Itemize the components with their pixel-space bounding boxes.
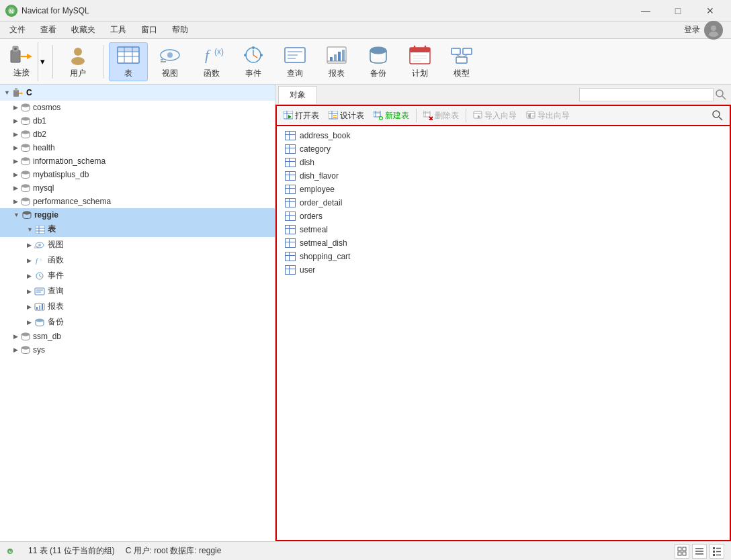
menu-tools[interactable]: 工具 [103,23,133,37]
sidebar-tree-events[interactable]: ▶ 事件 [0,268,275,283]
sidebar-item-reggie[interactable]: ▼ reggie [0,208,275,222]
query-button[interactable]: 查询 [275,42,314,81]
query-icon [283,44,307,66]
table-name: dish_flavor [300,171,339,181]
function-label: 函数 [204,68,220,79]
svg-point-19 [167,52,173,58]
report-button[interactable]: 报表 [317,42,356,81]
svg-text:○: ○ [40,258,42,262]
table-item-dish-flavor[interactable]: dish_flavor [282,169,724,183]
db-name-information-schema: information_schema [33,156,105,166]
maximize-button[interactable]: □ [662,0,693,21]
sidebar-item-db2[interactable]: ▶ db2 [0,128,275,141]
status-bar: N 11 表 (11 位于当前的组) C 用户: root 数据库: reggi… [0,541,731,560]
table-item-shopping-cart[interactable]: shopping_cart [282,250,724,263]
table-item-employee[interactable]: employee [282,183,724,196]
table-name: employee [300,185,335,194]
menu-view[interactable]: 查看 [34,23,63,37]
table-item-orders[interactable]: orders [282,209,724,223]
svg-rect-93 [36,307,38,310]
object-tabs: 对象 [275,85,731,105]
action-search-button[interactable] [708,108,727,123]
db-name-ssm-db: ssm_db [33,332,61,341]
table-item-order-detail[interactable]: order_detail [282,196,724,209]
menu-window[interactable]: 窗口 [134,23,164,37]
menu-help[interactable]: 帮助 [165,23,195,37]
tree-arrow: ▶ [27,273,32,279]
sidebar-connection[interactable]: ▼ C [0,85,275,101]
close-button[interactable]: ✕ [695,0,726,21]
report-small-icon [34,303,45,311]
sidebar-tree-functions[interactable]: ▶ f ○ 函数 [0,252,275,268]
sidebar-item-performance[interactable]: ▶ performance_schema [0,195,275,208]
table-item-setmeal-dish[interactable]: setmeal_dish [282,236,724,250]
user-button[interactable]: 用户 [58,42,97,81]
tab-objects[interactable]: 对象 [278,86,317,104]
sidebar-tree-queries[interactable]: ▶ 查询 [0,283,275,299]
svg-rect-135 [683,547,686,551]
menu-file[interactable]: 文件 [3,23,32,37]
svg-rect-95 [42,304,43,310]
db-arrow: ▶ [13,144,18,151]
sidebar-item-cosmos[interactable]: ▶ cosmos [0,101,275,114]
svg-rect-118 [423,111,430,117]
model-button[interactable]: 模型 [442,42,481,81]
sidebar-tree-backups[interactable]: ▶ 备份 [0,314,275,330]
table-label: 表 [124,68,132,79]
sidebar-item-ssm-db[interactable]: ▶ ssm_db [0,330,275,343]
connect-button[interactable]: 连接 [5,42,38,81]
detail-view-button[interactable] [710,544,724,559]
sidebar-item-mybatisplus[interactable]: ▶ mybatisplus_db [0,168,275,181]
sidebar-tree-tables[interactable]: ▼ 表 [0,222,275,237]
login-label[interactable]: 登录 [684,24,700,36]
table-item-setmeal[interactable]: setmeal [282,223,724,236]
import-wizard-button[interactable]: 导入向导 [469,108,521,124]
svg-rect-94 [39,306,40,310]
object-search-button[interactable] [714,87,728,102]
table-button[interactable]: 表 [109,42,148,81]
open-table-button[interactable]: 打开表 [280,108,323,124]
list-view-button[interactable] [692,544,707,559]
login-area: 登录 [684,21,728,40]
sidebar-item-db1[interactable]: ▶ db1 [0,114,275,128]
tab-objects-label: 对象 [290,90,306,99]
table-item-category[interactable]: category [282,142,724,156]
model-label: 模型 [454,68,470,79]
function-button[interactable]: f (x) 函数 [192,42,231,81]
tree-backups-label: 备份 [48,316,64,328]
table-item-dish[interactable]: dish [282,156,724,169]
table-item-address-book[interactable]: address_book [282,129,724,142]
sidebar-tree-views[interactable]: ▶ oo 视图 [0,237,275,252]
table-row-icon [285,212,296,221]
connect-dropdown-button[interactable]: ▾ [38,42,47,81]
event-button[interactable]: 事件 [234,42,273,81]
expand-arrow: ▼ [4,89,10,96]
export-wizard-button[interactable]: 导出向导 [522,108,574,124]
sidebar-item-health[interactable]: ▶ health [0,141,275,154]
minimize-button[interactable]: — [630,0,661,21]
sidebar-item-information-schema[interactable]: ▶ information_schema [0,154,275,168]
new-table-button[interactable]: 新建表 [370,108,413,124]
table-row-icon [285,158,296,167]
menu-favorites[interactable]: 收藏夹 [64,23,102,37]
sidebar-item-sys[interactable]: ▶ sys [0,343,275,357]
svg-point-100 [22,346,30,350]
backup-button[interactable]: BAK 备份 [359,42,398,81]
db-arrow: ▶ [13,171,18,178]
plan-button[interactable]: 计划 [400,42,439,81]
grid-view-button[interactable] [675,544,689,559]
db-name-db2: db2 [33,130,46,139]
tree-tables-label: 表 [48,224,56,235]
sidebar-item-mysql[interactable]: ▶ mysql [0,181,275,195]
delete-table-button[interactable]: 删除表 [419,108,463,124]
table-item-user[interactable]: user [282,263,724,277]
report-label: 报表 [329,68,345,79]
export-icon [526,111,535,120]
design-table-button[interactable]: 设计表 [325,108,368,124]
sidebar-tree-reports[interactable]: ▶ 报表 [0,299,275,314]
new-table-label: 新建表 [385,110,409,122]
view-button[interactable]: 视图 [150,42,189,81]
tree-arrow: ▶ [27,288,32,295]
window-controls: — □ ✕ [630,0,726,21]
object-search-input[interactable] [579,88,714,101]
